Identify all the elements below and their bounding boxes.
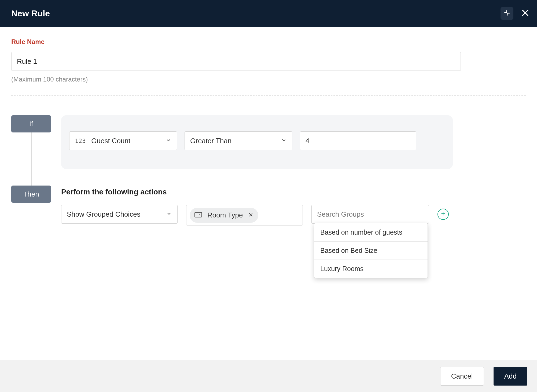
dialog-footer: Cancel Add	[0, 360, 537, 392]
if-badge: If	[11, 115, 51, 132]
condition-value-text: 4	[306, 137, 309, 145]
condition-panel: 123 Guest Count Greater Than 4	[61, 115, 453, 169]
condition-operator-label: Greater Than	[190, 137, 231, 145]
groups-dropdown: Based on number of guests Based on Bed S…	[314, 223, 428, 278]
header-controls	[501, 7, 529, 20]
field-icon	[194, 211, 202, 219]
rule-name-input[interactable]	[11, 52, 461, 71]
section-divider	[11, 95, 526, 96]
then-row: Show Grouped Choices Room Type	[61, 205, 449, 225]
action-select-label: Show Grouped Choices	[67, 210, 141, 219]
chevron-down-icon	[281, 137, 287, 145]
condition-value-input[interactable]: 4	[300, 131, 416, 150]
chip-label: Room Type	[207, 211, 243, 219]
badge-connector	[31, 132, 32, 186]
chip-remove-button[interactable]	[248, 211, 253, 219]
rule-name-label: Rule Name	[11, 38, 526, 46]
if-badge-label: If	[29, 120, 33, 128]
chevron-down-icon	[166, 210, 172, 219]
cancel-button[interactable]: Cancel	[440, 367, 484, 386]
plus-icon	[440, 211, 446, 218]
condition-field-label: Guest Count	[91, 137, 130, 145]
dialog-title: New Rule	[11, 9, 50, 19]
chip-container[interactable]: Room Type	[186, 205, 303, 225]
room-type-chip: Room Type	[190, 208, 258, 223]
add-button-label: Add	[504, 372, 517, 380]
svg-rect-2	[195, 212, 202, 217]
search-groups-input[interactable]	[311, 205, 429, 224]
close-button[interactable]	[521, 9, 529, 18]
dropdown-option[interactable]: Based on number of guests	[314, 223, 428, 242]
minimize-icon	[503, 9, 510, 17]
chevron-down-icon	[165, 137, 171, 145]
action-select[interactable]: Show Grouped Choices	[61, 205, 178, 224]
number-field-icon: 123	[75, 138, 86, 144]
then-badge-label: Then	[23, 190, 39, 198]
dialog-body: Rule Name (Maximum 100 characters) If Th…	[0, 27, 537, 96]
search-groups-wrap: Based on number of guests Based on Bed S…	[311, 205, 429, 224]
dialog-header: New Rule	[0, 0, 537, 27]
svg-point-3	[199, 214, 200, 215]
add-action-button[interactable]	[437, 209, 449, 220]
then-badge: Then	[11, 186, 51, 203]
condition-field-select[interactable]: 123 Guest Count	[69, 131, 177, 150]
dropdown-option[interactable]: Luxury Rooms	[314, 260, 428, 278]
close-icon	[521, 13, 529, 18]
condition-operator-select[interactable]: Greater Than	[185, 131, 292, 150]
cancel-button-label: Cancel	[451, 372, 473, 380]
then-section-title: Perform the following actions	[61, 188, 167, 196]
minimize-button[interactable]	[501, 7, 513, 20]
dropdown-option[interactable]: Based on Bed Size	[314, 242, 428, 260]
add-button[interactable]: Add	[494, 367, 527, 386]
rule-name-hint: (Maximum 100 characters)	[11, 76, 526, 83]
